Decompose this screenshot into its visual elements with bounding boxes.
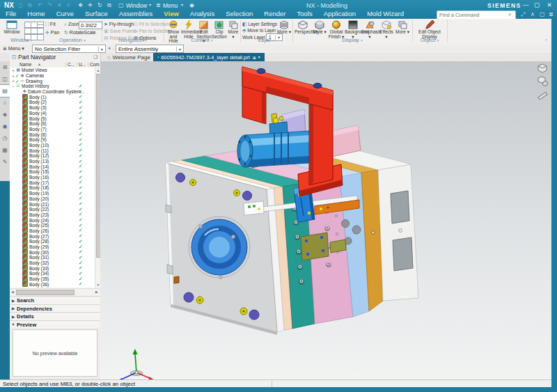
fit-to-selection-button[interactable]: ⊡ Fit to Selection (134, 21, 169, 27)
emphasis-button[interactable]: Emphasis ▾ (361, 19, 378, 37)
constraint-navigator-icon[interactable]: ◫ (0, 73, 10, 85)
tree-row[interactable]: Body (35)✓ (10, 276, 95, 282)
mold-assembly-model[interactable] (100, 61, 551, 379)
tree-row[interactable]: Body (5)✓ (10, 116, 95, 121)
assemblies-tool-icon[interactable] (537, 63, 549, 75)
effects-button[interactable]: Effects ▾ (378, 19, 395, 37)
window-dropdown[interactable]: Window (126, 2, 147, 9)
tree-row[interactable]: Body (23)✓ (10, 212, 95, 218)
graphics-viewport[interactable] (100, 61, 551, 379)
tree-row[interactable]: Body (10)✓ (10, 143, 95, 148)
global-finish-button[interactable]: Global Finish ▾ (328, 19, 345, 37)
layout-3-icon[interactable] (37, 22, 44, 28)
menu-view[interactable]: View (158, 9, 184, 19)
fly-through-button[interactable]: ➤ Fly-through (104, 21, 134, 27)
tree-row[interactable]: +✓Drawing (10, 78, 95, 84)
menu-analysis[interactable]: Analysis (185, 9, 220, 19)
tree-row[interactable]: Body (26)✓ (10, 228, 95, 234)
tree-row[interactable]: Body (28)✓ (10, 239, 95, 244)
clipboard-icon[interactable]: ⧉ (107, 2, 111, 9)
tree-row[interactable]: Body (17)✓ (10, 180, 95, 185)
tree-row[interactable]: Body (12)✓ (10, 153, 95, 159)
style-button[interactable]: Style ▾ (311, 19, 328, 37)
collapse-ribbon-icon[interactable]: ⌃ (544, 38, 548, 43)
user-icon[interactable]: ◉ (189, 2, 194, 8)
menu-mold-wizard[interactable]: Mold Wizard (361, 9, 409, 19)
assembly-navigator-icon[interactable]: ⊞ (0, 61, 10, 73)
maximize-button[interactable]: ▢ (532, 1, 542, 8)
window-layout-button[interactable]: Window (1, 19, 22, 37)
content-more-button[interactable]: More ▾ (227, 19, 240, 37)
menu-render[interactable]: Render (258, 9, 291, 19)
menu-file[interactable]: File (0, 9, 22, 19)
cut-icon[interactable]: ✕ (57, 2, 62, 8)
selection-scope-combo[interactable]: Entire Assembly▾ (116, 45, 184, 53)
hd3d-tools-icon[interactable]: ◈ (0, 109, 10, 120)
float-window-icon[interactable]: ▢ (540, 11, 545, 17)
tree-row[interactable]: Body (3)✓ (10, 105, 95, 111)
tree-row[interactable]: Body (33)✓ (10, 265, 95, 271)
close-button[interactable]: ✕ (544, 1, 554, 8)
find-command-input[interactable] (437, 12, 508, 18)
layout-6-icon[interactable] (37, 28, 44, 34)
reuse-library-icon[interactable]: ⌂ (0, 97, 10, 109)
tree-row[interactable]: Body (14)✓ (10, 164, 95, 169)
layer-settings-button[interactable]: ◧ Layer Settings (242, 21, 277, 27)
column-com[interactable]: Com (90, 61, 100, 68)
column-u[interactable]: U... (79, 61, 86, 68)
tree-horizontal-scrollbar[interactable]: ◀ ▶ (10, 288, 100, 295)
web-browser-icon[interactable]: ◉ (0, 120, 10, 132)
tree-row[interactable]: Body (25)✓ (10, 223, 95, 228)
menu-tools[interactable]: Tools (291, 9, 317, 19)
tab-welcome-page[interactable]: ⌂ Welcome Page (103, 53, 155, 61)
menu-assemblies[interactable]: Assemblies (113, 9, 159, 19)
tree-row[interactable]: Body (30)✓ (10, 249, 95, 255)
column-name[interactable]: Name (19, 61, 31, 68)
assembly-constraints-icon[interactable] (537, 75, 549, 87)
undo-icon[interactable]: ↶ (38, 2, 42, 8)
show-and-hide-button[interactable]: Show and Hide (166, 19, 181, 37)
tree-row[interactable]: Body (15)✓ (10, 169, 95, 175)
tree-row[interactable]: Body (20)✓ (10, 196, 95, 202)
tree-row[interactable]: Body (27)✓ (10, 233, 95, 239)
fit-button[interactable]: ⛶ Fit (45, 21, 56, 27)
roles-icon[interactable]: ✎ (0, 156, 10, 168)
tree-row[interactable]: Body (36)✓ (10, 282, 95, 288)
menu-selection[interactable]: Selection (220, 9, 258, 19)
redo-icon[interactable]: ↷ (47, 2, 52, 8)
tree-row[interactable]: Body (21)✓ (10, 201, 95, 207)
new-part-icon[interactable]: ◻ (18, 2, 23, 8)
history-icon[interactable]: ◷ (0, 132, 10, 144)
pan-button[interactable]: ✛ Pan (45, 29, 59, 36)
minimize-button[interactable]: — (521, 1, 531, 8)
menu-application[interactable]: Application (318, 9, 361, 19)
tree-row[interactable]: Body (18)✓ (10, 185, 95, 191)
scrollbar-thumb[interactable] (16, 290, 74, 295)
tree-row[interactable]: Body (24)✓ (10, 217, 95, 223)
background-button[interactable]: Background ▾ (345, 19, 361, 37)
menu-curve[interactable]: Curve (51, 9, 79, 19)
tree-row[interactable]: Body (2)✓ (10, 100, 95, 105)
perspective-button[interactable]: Perspective (295, 19, 311, 37)
immediate-hide-button[interactable]: Immediate Hide (181, 19, 196, 37)
minimize-ribbon-icon[interactable]: ∧ (531, 11, 535, 17)
part-navigator-icon[interactable]: ▤ (0, 85, 10, 97)
save-icon[interactable]: ⧉ (28, 2, 32, 9)
touch-mode-icon[interactable]: ✛ (88, 2, 93, 8)
tree-row[interactable]: −Model History✓ (10, 84, 95, 89)
tree-row[interactable]: Datum Coordinate System...✓ (10, 89, 95, 95)
tree-row[interactable]: Body (4)✓ (10, 111, 95, 116)
edit-section-button[interactable]: Edit Section ▾ (196, 19, 212, 37)
scroll-left-icon[interactable]: ◀ (10, 289, 15, 295)
menu-home[interactable]: Home (22, 9, 50, 19)
tree-row[interactable]: Body (13)✓ (10, 159, 95, 164)
layer-more-button[interactable]: More ▾ (277, 19, 291, 37)
locating-ring[interactable] (189, 217, 250, 278)
column-c[interactable]: C... (68, 61, 74, 68)
menu-dropdown[interactable]: Menu (163, 2, 178, 9)
find-command-box[interactable]: ⌕ (437, 10, 516, 19)
tree-row[interactable]: Body (29)✓ (10, 244, 95, 250)
menu-surface[interactable]: Surface (79, 9, 113, 19)
refresh-icon[interactable]: ↻ (97, 2, 102, 8)
tree-row[interactable]: Body (31)✓ (10, 255, 95, 260)
